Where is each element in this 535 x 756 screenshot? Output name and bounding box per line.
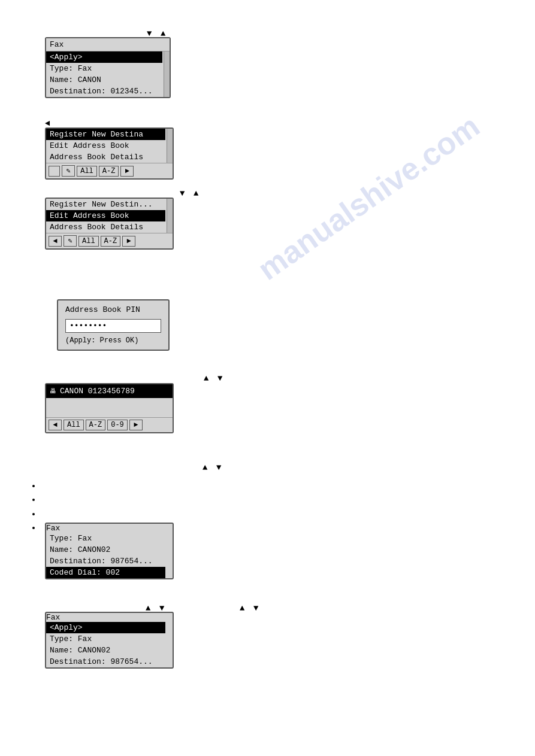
canon-btn-all[interactable]: All: [64, 420, 84, 430]
canon-empty-area: [46, 398, 173, 417]
panel1-item-name[interactable]: Name: CANON: [46, 74, 162, 86]
pin-input[interactable]: [65, 319, 161, 333]
pin-hint: (Apply: Press OK): [65, 336, 161, 345]
canon-btn-left[interactable]: ◄: [49, 420, 62, 430]
canon-title: CANON 0123456789: [60, 387, 135, 396]
panel5-row-coded: Coded Dial: 002: [46, 567, 165, 578]
panel1-item-apply[interactable]: <Apply>: [46, 51, 162, 63]
canon-bottom-bar: ◄ All A-Z 0-9 ►: [46, 417, 173, 432]
panel2-btn-all[interactable]: All: [77, 166, 97, 177]
panel3-btn-left[interactable]: ◄: [49, 236, 62, 247]
section5-down-arrow: ▼: [216, 463, 221, 472]
panel3-bottom-bar: ◄ All A-Z ►: [46, 233, 173, 248]
canon-btn-09[interactable]: 0-9: [107, 420, 128, 430]
canon-screen: CANON 0123456789 ◄ All A-Z 0-9 ►: [45, 383, 174, 433]
panel6-row-dest: Destination: 987654...: [46, 656, 165, 667]
extra-up-arrow: ▲: [240, 603, 244, 613]
panel3-menu-screen: Register New Destin... Edit Address Book…: [45, 198, 174, 250]
section5-up-arrow: ▲: [202, 463, 207, 472]
panel5-title: Fax: [46, 524, 173, 533]
watermark-text: manualshive.com: [251, 108, 486, 287]
panel3-btn-next[interactable]: ►: [122, 236, 135, 247]
panel2-item-register[interactable]: Register New Destina: [46, 129, 165, 140]
panel2-btn-edit[interactable]: [62, 165, 75, 177]
panel2-btn-az[interactable]: A-Z: [99, 166, 119, 177]
panel1-item-type[interactable]: Type: Fax: [46, 63, 162, 74]
panel1-item-dest[interactable]: Destination: 012345...: [46, 86, 162, 97]
panel2-btn-next[interactable]: ►: [120, 166, 134, 177]
panel3-down-arrow: ▼: [180, 189, 185, 198]
panel6-row-type: Type: Fax: [46, 633, 165, 645]
panel6-title: Fax: [46, 613, 173, 622]
panel6-fax-screen: Fax <Apply> Type: Fax Name: CANON02 Dest…: [45, 612, 174, 669]
panel6-row-name: Name: CANON02: [46, 645, 165, 656]
panel3-item-details[interactable]: Address Book Details: [46, 221, 165, 233]
panel3-btn-all[interactable]: All: [78, 236, 99, 247]
panel3-item-edit[interactable]: Edit Address Book: [46, 210, 165, 221]
panel3-scrollbar: [167, 199, 173, 233]
canon-btn-next[interactable]: ►: [129, 420, 143, 430]
canon-top-bar: CANON 0123456789: [46, 384, 173, 398]
panel3-btn-az[interactable]: A-Z: [101, 236, 121, 247]
canon-up-arrow: ▲: [204, 374, 208, 383]
panel3-up-arrow: ▲: [194, 189, 198, 198]
canon-btn-az[interactable]: A-Z: [86, 420, 106, 430]
panel2-left-arrow: ◄: [45, 119, 50, 128]
panel2-item-details[interactable]: Address Book Details: [46, 151, 165, 163]
panel2-item-edit[interactable]: Edit Address Book: [46, 140, 165, 151]
pin-panel: Address Book PIN (Apply: Press OK): [57, 299, 170, 351]
printer-icon: [50, 387, 56, 396]
panel6-row-apply[interactable]: <Apply>: [46, 622, 165, 633]
panel3-btn-edit[interactable]: [64, 235, 77, 247]
panel5-row-type: Type: Fax: [46, 533, 165, 544]
panel2-scrollbar: [167, 129, 173, 163]
extra-down-arrow: ▼: [253, 603, 258, 613]
panel2-bottom-bar: All A-Z ►: [46, 163, 173, 178]
panel5-fax-screen: Fax Type: Fax Name: CANON02 Destination:…: [45, 523, 174, 579]
panel5-row-dest: Destination: 987654...: [46, 555, 165, 567]
panel1-scrollbar: [164, 51, 170, 97]
canon-down-arrow: ▼: [217, 374, 222, 383]
panel2-btn-blank[interactable]: [49, 166, 60, 177]
panel5-row-name: Name: CANON02: [46, 544, 165, 555]
pin-title: Address Book PIN: [65, 305, 161, 314]
panel3-item-register[interactable]: Register New Destin...: [46, 199, 165, 210]
panel2-menu-screen: Register New Destina Edit Address Book A…: [45, 127, 174, 180]
panel1-title: Fax: [46, 38, 170, 51]
panel1-fax-screen: Fax <Apply> Type: Fax Name: CANON Destin…: [45, 37, 171, 98]
